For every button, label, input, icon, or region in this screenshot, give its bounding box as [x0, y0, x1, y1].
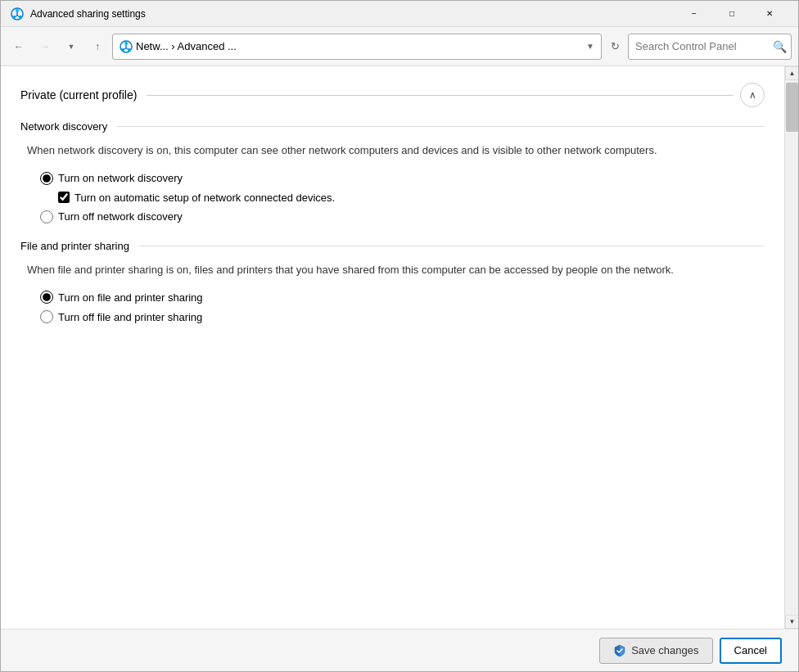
- nd-auto-label: Turn on automatic setup of network conne…: [74, 192, 335, 204]
- window-controls: − □ ✕: [675, 1, 788, 27]
- network-discovery-title: Network discovery: [20, 120, 107, 133]
- maximize-button[interactable]: □: [713, 1, 751, 27]
- nd-off-radio[interactable]: [40, 210, 53, 223]
- scrollbar-up-button[interactable]: ▲: [785, 66, 798, 80]
- nd-off-option[interactable]: Turn off network discovery: [40, 210, 765, 223]
- private-section-line: [147, 95, 734, 96]
- content-area: Private (current profile) ∧ Network disc…: [1, 66, 798, 629]
- fp-on-option[interactable]: Turn on file and printer sharing: [40, 291, 765, 304]
- svg-point-1: [16, 9, 19, 12]
- minimize-button[interactable]: −: [675, 1, 713, 27]
- file-printer-options: Turn on file and printer sharing Turn of…: [40, 291, 765, 323]
- save-changes-button[interactable]: Save changes: [599, 638, 712, 664]
- nd-auto-checkbox[interactable]: [58, 192, 70, 203]
- nd-on-label: Turn on network discovery: [58, 172, 183, 184]
- refresh-button[interactable]: ↻: [605, 37, 625, 56]
- network-discovery-header: Network discovery: [20, 120, 765, 133]
- close-button[interactable]: ✕: [751, 1, 788, 27]
- fp-off-label: Turn off file and printer sharing: [58, 311, 202, 323]
- file-printer-line: [139, 246, 765, 246]
- fp-on-radio[interactable]: [40, 291, 53, 304]
- private-section-header: Private (current profile) ∧: [20, 83, 765, 107]
- address-network-icon: [120, 40, 133, 53]
- nd-auto-option[interactable]: Turn on automatic setup of network conne…: [58, 192, 765, 204]
- private-section-title: Private (current profile): [20, 88, 137, 101]
- shield-icon: [613, 644, 626, 657]
- private-collapse-button[interactable]: ∧: [740, 83, 765, 107]
- forward-button[interactable]: →: [34, 35, 56, 58]
- main-content: Private (current profile) ∧ Network disc…: [1, 66, 784, 629]
- scrollbar-track: ▲ ▼: [784, 66, 798, 629]
- window-title: Advanced sharing settings: [30, 8, 669, 20]
- up-button[interactable]: ↑: [86, 35, 109, 58]
- address-bar[interactable]: Netw... › Advanced ... ▼: [112, 34, 602, 60]
- search-icon[interactable]: 🔍: [773, 40, 787, 53]
- nd-on-radio[interactable]: [40, 172, 53, 185]
- back-button[interactable]: ←: [7, 35, 30, 58]
- file-printer-title: File and printer sharing: [20, 240, 129, 252]
- save-label: Save changes: [631, 644, 698, 656]
- search-input[interactable]: [635, 40, 773, 52]
- network-discovery-line: [117, 126, 765, 127]
- network-discovery-options: Turn on network discovery Turn on automa…: [40, 172, 765, 223]
- footer: Save changes Cancel: [1, 629, 798, 671]
- title-bar: Advanced sharing settings − □ ✕: [1, 1, 798, 27]
- scrollbar-down-button[interactable]: ▼: [785, 615, 798, 629]
- fp-off-option[interactable]: Turn off file and printer sharing: [40, 310, 765, 323]
- nav-bar: ← → ▼ ↑ Netw... › Advanced ... ▼ ↻: [1, 27, 798, 66]
- recent-button[interactable]: ▼: [60, 35, 83, 58]
- svg-point-8: [124, 42, 128, 45]
- address-path: Netw... › Advanced ...: [136, 40, 583, 52]
- network-discovery-description: When network discovery is on, this compu…: [27, 142, 765, 159]
- cancel-button[interactable]: Cancel: [720, 638, 782, 664]
- main-window: Advanced sharing settings − □ ✕ ← → ▼ ↑: [0, 0, 799, 672]
- nd-off-label: Turn off network discovery: [58, 210, 183, 223]
- scrollbar-thumb[interactable]: [786, 83, 798, 132]
- fp-off-radio[interactable]: [40, 310, 53, 323]
- search-bar[interactable]: 🔍: [628, 34, 792, 60]
- file-printer-header: File and printer sharing: [20, 240, 765, 252]
- address-dropdown-icon: ▼: [586, 42, 594, 51]
- file-printer-description: When file and printer sharing is on, fil…: [27, 262, 765, 278]
- fp-on-label: Turn on file and printer sharing: [58, 291, 203, 304]
- nd-on-option[interactable]: Turn on network discovery: [40, 172, 765, 185]
- title-icon: [11, 7, 24, 20]
